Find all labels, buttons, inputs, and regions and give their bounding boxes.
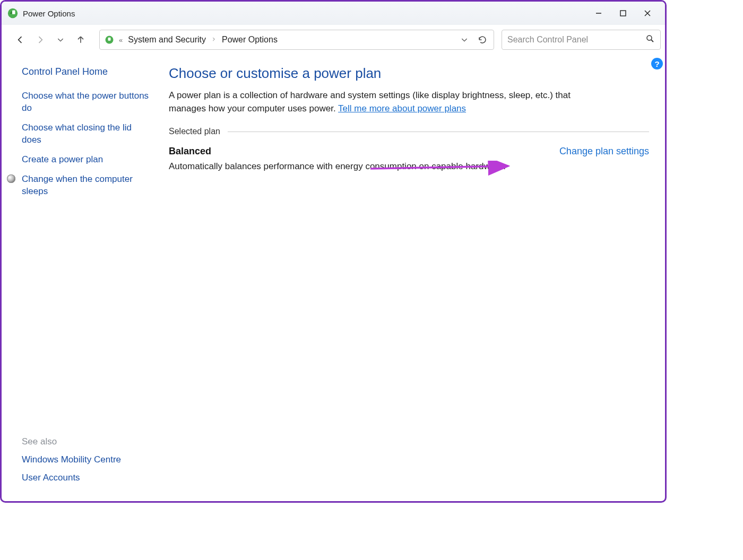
up-button[interactable]: [72, 31, 90, 49]
power-options-icon: [7, 7, 19, 19]
sidebar-link-closing-lid[interactable]: Choose what closing the lid does: [22, 122, 149, 146]
power-plug-icon: [104, 34, 115, 45]
breadcrumb-overflow-icon[interactable]: «: [119, 36, 123, 44]
see-also-label: See also: [22, 436, 153, 447]
svg-rect-7: [108, 38, 111, 41]
selected-plan-label: Selected plan: [169, 127, 220, 136]
page-title: Choose or customise a power plan: [169, 65, 649, 82]
window-title: Power Options: [23, 9, 75, 18]
page-description: A power plan is a collection of hardware…: [169, 89, 588, 115]
search-box[interactable]: [502, 30, 661, 50]
sidebar-link-power-buttons[interactable]: Choose what the power buttons do: [22, 90, 149, 115]
close-button[interactable]: [635, 5, 660, 22]
minimize-button[interactable]: [586, 5, 611, 22]
recent-locations-button[interactable]: [51, 31, 70, 49]
svg-line-9: [651, 40, 653, 42]
sidebar-link-create-plan[interactable]: Create a power plan: [22, 154, 149, 166]
address-history-button[interactable]: [455, 31, 473, 49]
titlebar: Power Options: [2, 2, 665, 25]
search-icon[interactable]: [645, 34, 655, 46]
svg-rect-3: [620, 11, 626, 16]
help-button[interactable]: ?: [651, 58, 663, 69]
chevron-right-icon[interactable]: [211, 36, 217, 43]
back-button[interactable]: [11, 31, 29, 49]
plan-description: Automatically balances performance with …: [169, 161, 540, 172]
toolbar: « System and Security Power Options: [2, 25, 665, 55]
see-also-user-accounts[interactable]: User Accounts: [22, 472, 153, 483]
sidebar-link-computer-sleeps[interactable]: Change when the computer sleeps: [22, 173, 149, 198]
content-area: ? Choose or customise a power plan A pow…: [163, 55, 665, 501]
plan-name: Balanced: [169, 146, 211, 157]
selected-plan-section: Selected plan Balanced Change plan setti…: [169, 127, 649, 172]
refresh-button[interactable]: [473, 31, 491, 49]
breadcrumb-power-options[interactable]: Power Options: [220, 34, 280, 46]
address-bar[interactable]: « System and Security Power Options: [99, 30, 494, 50]
control-panel-home-link[interactable]: Control Panel Home: [22, 66, 153, 77]
maximize-button[interactable]: [611, 5, 635, 22]
tell-me-more-link[interactable]: Tell me more about power plans: [338, 103, 466, 113]
svg-rect-1: [12, 11, 15, 14]
divider: [228, 132, 649, 132]
see-also-mobility-centre[interactable]: Windows Mobility Centre: [22, 454, 153, 465]
breadcrumb-system-and-security[interactable]: System and Security: [126, 34, 208, 46]
sidebar: Control Panel Home Choose what the power…: [2, 55, 163, 501]
forward-button[interactable]: [31, 31, 49, 49]
change-plan-settings-link[interactable]: Change plan settings: [559, 146, 649, 157]
search-input[interactable]: [507, 35, 645, 45]
svg-point-8: [647, 36, 652, 40]
